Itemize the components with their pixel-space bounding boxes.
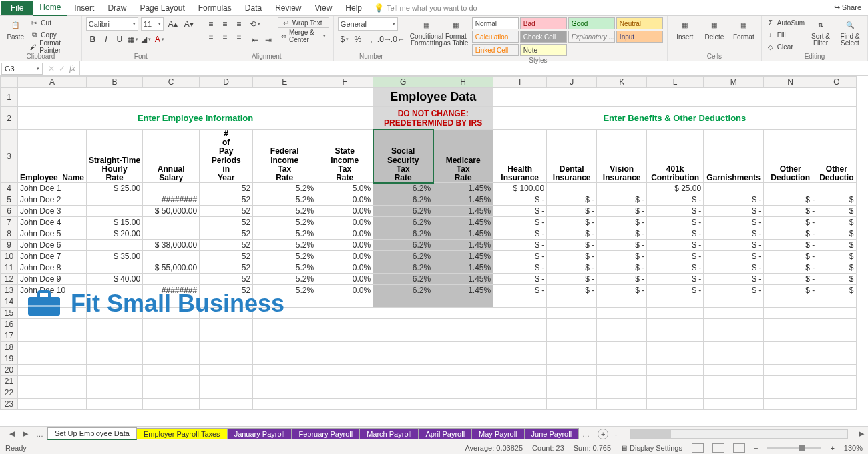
empty-cell[interactable] [704, 330, 764, 342]
cell-other1[interactable]: $ - [764, 217, 817, 228]
cell-401k[interactable]: $ - [647, 240, 704, 251]
data-header-1[interactable]: Straight-TimeHourlyRate [87, 130, 143, 183]
format-cells-button[interactable]: ▦Format [730, 17, 757, 41]
data-header-5[interactable]: StateIncomeTaxRate [316, 130, 373, 183]
data-header-name[interactable]: Employee Name [18, 130, 87, 183]
empty-cell[interactable] [493, 353, 547, 365]
cell-rate[interactable]: $ 35.00 [87, 251, 143, 262]
data-header-9[interactable]: DentalInsurance [547, 130, 597, 183]
cell-A1[interactable] [18, 88, 373, 107]
empty-cell[interactable] [704, 296, 764, 308]
cell-salary[interactable]: $ 55,000.00 [143, 262, 200, 274]
cell-periods[interactable]: 52 [200, 285, 253, 296]
add-sheet-button[interactable]: + [598, 429, 608, 439]
cell-rate[interactable] [87, 285, 143, 296]
style-normal[interactable]: Normal [472, 17, 519, 29]
cell-salary[interactable] [143, 217, 200, 228]
cell-I1[interactable] [493, 88, 856, 107]
data-header-8[interactable]: HealthInsurance [493, 130, 547, 183]
cell-other2[interactable]: $ [817, 285, 856, 296]
zoom-out-button[interactable]: − [754, 444, 758, 452]
empty-cell[interactable] [18, 399, 87, 410]
empty-cell[interactable] [764, 387, 817, 399]
data-header-6[interactable]: SocialSecurityTaxRate [373, 130, 433, 183]
empty-cell[interactable] [817, 376, 856, 387]
cell-other1[interactable]: $ - [764, 251, 817, 262]
tab-file[interactable]: File [1, 1, 33, 15]
cell-medicare[interactable]: 1.45% [433, 206, 493, 217]
row-header-21[interactable]: 21 [1, 376, 18, 387]
italic-button[interactable]: I [99, 33, 113, 46]
empty-cell[interactable] [547, 308, 597, 319]
empty-cell[interactable] [433, 365, 493, 376]
cell-name[interactable]: John Doe 4 [18, 217, 87, 228]
cell-other1[interactable]: $ - [764, 285, 817, 296]
data-header-11[interactable]: 401kContribution [647, 130, 704, 183]
cell-health[interactable]: $ - [493, 240, 547, 251]
row-header-5[interactable]: 5 [1, 194, 18, 206]
cell-health[interactable]: $ - [493, 274, 547, 285]
border-button[interactable]: ▦ [126, 33, 140, 46]
empty-cell[interactable] [647, 376, 704, 387]
empty-cell[interactable] [764, 296, 817, 308]
empty-cell[interactable] [764, 353, 817, 365]
cell-garnish[interactable]: $ - [704, 228, 764, 240]
cell-fed[interactable]: 5.2% [253, 285, 316, 296]
tab-page-layout[interactable]: Page Layout [133, 1, 191, 15]
empty-cell[interactable] [433, 319, 493, 330]
cell-health[interactable]: $ - [493, 251, 547, 262]
empty-cell[interactable] [704, 353, 764, 365]
number-format-combo[interactable]: General [338, 17, 398, 31]
cell-salary[interactable] [143, 251, 200, 262]
cell-rate[interactable]: $ 25.00 [87, 183, 143, 194]
title-cell[interactable]: Employee Data [373, 88, 493, 107]
cell-periods[interactable]: 52 [200, 194, 253, 206]
cell-dental[interactable]: $ - [547, 240, 597, 251]
clear-button[interactable]: ◇Clear [766, 41, 805, 52]
cell-name[interactable]: John Doe 6 [18, 240, 87, 251]
sheet-nav-next[interactable]: ▶ [19, 429, 32, 438]
empty-cell[interactable] [316, 365, 373, 376]
cell-garnish[interactable] [704, 183, 764, 194]
cell-fed[interactable]: 5.2% [253, 206, 316, 217]
style-linked-cell[interactable]: Linked Cell [472, 44, 519, 56]
empty-cell[interactable] [18, 296, 87, 308]
sheet-tab-mar[interactable]: March Payroll [359, 428, 419, 439]
empty-cell[interactable] [433, 342, 493, 353]
empty-cell[interactable] [18, 365, 87, 376]
align-right-button[interactable]: ≡ [232, 30, 246, 43]
sheet-tabs-more-right[interactable]: … [578, 430, 594, 438]
tab-data[interactable]: Data [238, 1, 268, 15]
cell-ss[interactable]: 6.2% [373, 206, 433, 217]
cell-garnish[interactable]: $ - [704, 251, 764, 262]
data-header-2[interactable]: AnnualSalary [143, 130, 200, 183]
empty-cell[interactable] [143, 319, 200, 330]
cell-fed[interactable]: 5.2% [253, 240, 316, 251]
cell-401k[interactable]: $ - [647, 262, 704, 274]
data-header-13[interactable]: OtherDeduction [764, 130, 817, 183]
cell-health[interactable]: $ 100.00 [493, 183, 547, 194]
empty-cell[interactable] [764, 319, 817, 330]
cancel-formula-icon[interactable]: ✕ [48, 64, 55, 73]
cell-medicare[interactable]: 1.45% [433, 240, 493, 251]
cell-periods[interactable]: 52 [200, 240, 253, 251]
cell-ss[interactable]: 6.2% [373, 217, 433, 228]
empty-cell[interactable] [547, 365, 597, 376]
row-header-15[interactable]: 15 [1, 308, 18, 319]
col-header-B[interactable]: B [87, 77, 143, 88]
insert-cells-button[interactable]: ▦Insert [672, 17, 698, 41]
empty-cell[interactable] [373, 319, 433, 330]
select-all-corner[interactable] [1, 77, 18, 88]
sheet-tab-apr[interactable]: April Payroll [418, 428, 472, 439]
empty-cell[interactable] [493, 330, 547, 342]
empty-cell[interactable] [547, 376, 597, 387]
empty-cell[interactable] [433, 376, 493, 387]
empty-cell[interactable] [316, 353, 373, 365]
data-header-12[interactable]: Garnishments [704, 130, 764, 183]
empty-cell[interactable] [373, 387, 433, 399]
empty-cell[interactable] [493, 342, 547, 353]
empty-cell[interactable] [18, 353, 87, 365]
cell-other2[interactable]: $ [817, 274, 856, 285]
tab-help[interactable]: Help [339, 1, 369, 15]
cell-other2[interactable] [817, 183, 856, 194]
